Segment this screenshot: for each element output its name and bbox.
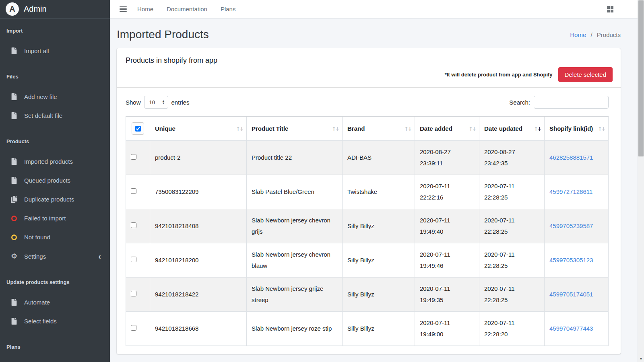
shopify-link[interactable]: 4599705174051: [549, 291, 593, 298]
cell-brand: Twistshake: [343, 175, 415, 209]
shopify-link[interactable]: 4599704977443: [549, 325, 593, 332]
column-label: Product Title: [252, 125, 288, 132]
row-checkbox-cell: [126, 175, 150, 209]
table-row: 7350083122209 Slab Pastel Blue/Green Twi…: [126, 175, 609, 209]
select-all-header-cell: [126, 116, 150, 141]
select-stepper-icon: ▲▼: [162, 100, 165, 105]
sidebar-item-settings[interactable]: ⚙ Settings ‹: [0, 247, 110, 266]
row-checkbox[interactable]: [131, 154, 136, 160]
nav-header-products: Products: [0, 125, 110, 152]
shopify-link[interactable]: 4628258881571: [549, 154, 593, 161]
sidebar-item-imported-products[interactable]: Imported products: [0, 152, 110, 171]
sidebar-item-label: Not found: [24, 234, 50, 241]
sidebar-item-label: Add new file: [24, 93, 57, 100]
breadcrumb-current: Products: [597, 31, 621, 38]
sidebar-item-automate[interactable]: Automate: [0, 293, 110, 312]
sort-icon: ↑↓: [534, 123, 541, 134]
grid-icon[interactable]: [607, 6, 613, 12]
select-all-button[interactable]: [132, 122, 144, 135]
row-checkbox[interactable]: [131, 222, 136, 228]
select-all-checkbox[interactable]: [135, 126, 141, 132]
row-checkbox-cell: [126, 278, 150, 312]
scrollbar-down-arrow-icon[interactable]: ▼: [638, 357, 644, 361]
breadcrumb: Home / Products: [570, 31, 621, 38]
cell-product-title: Slab Newborn jersey chevron grijs: [247, 209, 343, 243]
delete-selected-button[interactable]: Delete selected: [558, 67, 613, 82]
sidebar-item-label: Select fields: [24, 318, 57, 325]
sidebar-item-label: Set default file: [24, 112, 62, 119]
breadcrumb-home-link[interactable]: Home: [570, 31, 586, 38]
sidebar-item-label: Automate: [24, 299, 50, 306]
column-header-unique[interactable]: Unique ↑↓: [150, 116, 247, 141]
column-header-date-updated[interactable]: Date updated ↑↓: [479, 116, 545, 141]
sidebar-item-label: Settings: [24, 253, 46, 260]
circle-red-icon: [10, 216, 19, 221]
page-head: Imported Products Home / Products: [117, 19, 621, 48]
brand-link[interactable]: A Admin: [0, 0, 110, 19]
topnav-link-plans[interactable]: Plans: [221, 6, 236, 12]
sidebar-item-label: Failed to import: [24, 215, 66, 222]
shopify-link[interactable]: 4599727128611: [549, 188, 592, 195]
row-checkbox[interactable]: [131, 257, 136, 262]
search-input[interactable]: [534, 96, 609, 109]
card-body: Show 10 ▲▼ entries Search:: [117, 88, 621, 354]
column-header-brand[interactable]: Brand ↑↓: [343, 116, 415, 141]
gear-icon: ⚙: [10, 253, 19, 260]
topnav-link-home[interactable]: Home: [137, 6, 153, 12]
table-row: 9421018218408 Slab Newborn jersey chevro…: [126, 209, 609, 243]
row-checkbox[interactable]: [131, 188, 136, 194]
datatable-controls: Show 10 ▲▼ entries Search:: [126, 96, 609, 109]
cell-product-title: Product title 22: [247, 141, 343, 175]
cell-product-title: Slab Newborn jersey roze stip: [247, 312, 343, 346]
cell-brand: Silly Billyz: [343, 209, 415, 243]
menu-icon[interactable]: [120, 6, 127, 12]
products-table: Unique ↑↓ Product Title ↑↓ Brand ↑↓: [126, 116, 609, 346]
page-title: Imported Products: [117, 28, 209, 41]
cell-date-added: 2020-07-11 19:49:00: [415, 312, 479, 346]
cell-shopify-link: 4599704977443: [545, 312, 609, 346]
row-checkbox-cell: [126, 209, 150, 243]
sidebar-item-import-all[interactable]: Import all: [0, 41, 110, 60]
show-label: Show: [126, 99, 141, 106]
card-title: Products in shopify from app: [126, 55, 613, 66]
column-header-shopify-link[interactable]: Shopify link(id) ↑↓: [545, 116, 609, 141]
file-icon: [10, 318, 19, 325]
file-icon: [10, 93, 19, 100]
cell-date-added: 2020-07-11 19:49:40: [415, 209, 479, 243]
shopify-link[interactable]: 4599705239587: [549, 222, 593, 229]
cell-date-updated: 2020-07-11 22:28:20: [479, 312, 545, 346]
sidebar-item-queued-products[interactable]: Queued products: [0, 171, 110, 190]
sidebar-item-label: Queued products: [24, 177, 70, 184]
file-icon: [10, 158, 19, 165]
sidebar-item-duplicate-products[interactable]: Duplicate products: [0, 190, 110, 209]
sidebar-item-select-fields[interactable]: Select fields: [0, 312, 110, 331]
column-label: Brand: [347, 125, 365, 132]
shopify-link[interactable]: 4599705305123: [549, 257, 593, 263]
row-checkbox[interactable]: [131, 291, 136, 296]
sort-icon: ↑↓: [332, 123, 339, 134]
scrollbar-thumb[interactable]: [638, 0, 644, 156]
sidebar-item-label: Imported products: [24, 158, 73, 165]
cell-unique: product-2: [150, 141, 247, 175]
sidebar-item-add-new-file[interactable]: Add new file: [0, 87, 110, 106]
breadcrumb-separator: /: [590, 31, 592, 38]
column-header-date-added[interactable]: Date added ↑↓: [415, 116, 479, 141]
search-control: Search:: [509, 96, 609, 109]
nav-header-import: Import: [0, 19, 110, 41]
row-checkbox[interactable]: [131, 325, 136, 331]
products-card: Products in shopify from app *It will de…: [117, 48, 621, 354]
sidebar-item-failed-to-import[interactable]: Failed to import: [0, 209, 110, 228]
vertical-scrollbar: ▼: [638, 0, 644, 362]
page-size-select[interactable]: 10 ▲▼: [144, 96, 168, 109]
copy-icon: [10, 196, 19, 203]
column-header-product-title[interactable]: Product Title ↑↓: [247, 116, 343, 141]
column-label: Date added: [420, 125, 452, 132]
app-logo-icon: A: [6, 2, 19, 16]
circle-yellow-icon: [10, 234, 19, 240]
entries-label: entries: [171, 99, 190, 106]
cell-product-title: Slab Newborn jersey grijze streep: [247, 278, 343, 312]
sidebar-item-set-default-file[interactable]: Set default file: [0, 106, 110, 125]
cell-date-updated: 2020-07-11 22:28:25: [479, 278, 545, 312]
sidebar-item-not-found[interactable]: Not found: [0, 228, 110, 247]
topnav-link-documentation[interactable]: Documentation: [167, 6, 207, 12]
